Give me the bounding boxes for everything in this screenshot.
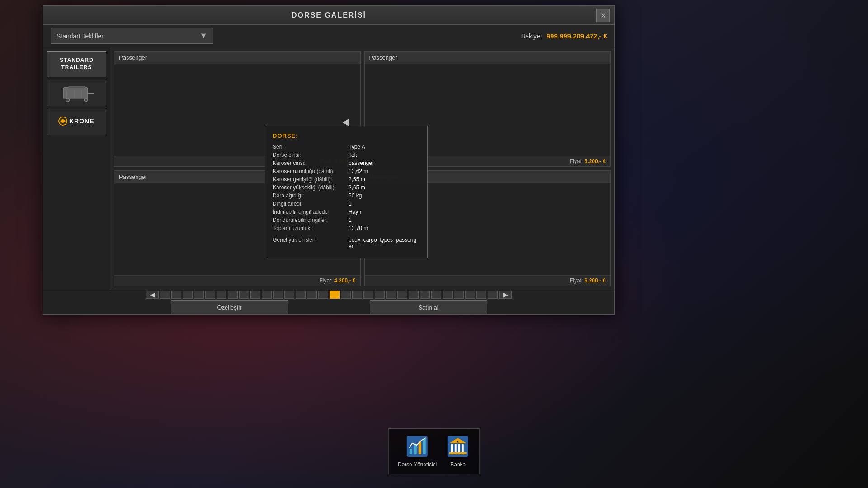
- page-btn-28[interactable]: [465, 291, 475, 299]
- tooltip-val-dara: 50 kg: [344, 192, 420, 199]
- page-btn-26[interactable]: [443, 291, 453, 299]
- page-btn-10[interactable]: [262, 291, 272, 299]
- tooltip-key-karoser-cinsi: Karoser cinsi:: [273, 160, 344, 166]
- trailer-card-3-price-value: 4.200,- €: [334, 277, 355, 284]
- trailer-manager-label: Dorse Yöneticisi: [398, 461, 437, 469]
- svg-point-3: [66, 98, 70, 102]
- tooltip-key-yukseklik: Karoser yüksekliği (dâhili):: [273, 184, 344, 191]
- page-btn-6[interactable]: [217, 291, 226, 299]
- trailer-card-4-price: Fiyat: 6.200,- €: [365, 275, 611, 286]
- sidebar-item-krone[interactable]: KRONE: [47, 109, 106, 135]
- svg-rect-10: [414, 444, 417, 454]
- krone-logo-icon: KRONE: [57, 115, 97, 127]
- tooltip-key-toplam: Toplam uzunluk:: [273, 225, 344, 231]
- tooltip-row-yukseklik: Karoser yüksekliği (dâhili): 2,65 m: [273, 184, 420, 191]
- tooltip-row-genislik: Karoser genişliği (dâhili): 2,55 m: [273, 176, 420, 183]
- trailer-card-2-price-value: 5.200,- €: [585, 158, 606, 164]
- page-btn-2[interactable]: [171, 291, 181, 299]
- page-btn-4[interactable]: [194, 291, 204, 299]
- page-btn-8[interactable]: [239, 291, 249, 299]
- page-btn-7[interactable]: [228, 291, 238, 299]
- tooltip-val-toplam: 13,70 m: [344, 225, 420, 231]
- sidebar-standard-trailers-label: STANDARDTRAILERS: [60, 57, 93, 71]
- sidebar: STANDARDTRAILERS: [43, 47, 110, 290]
- page-btn-3[interactable]: [183, 291, 193, 299]
- tooltip-key-uzunluk: Karoser uzunluğu (dâhili):: [273, 168, 344, 174]
- tooltip-key-seri: Seri:: [273, 144, 344, 150]
- page-btn-13[interactable]: [296, 291, 306, 299]
- page-btn-12[interactable]: [284, 291, 294, 299]
- balance-value: 999.999.209.472,- €: [547, 32, 607, 40]
- trailer-card-3-price: Fiyat: 4.200,- €: [114, 275, 360, 286]
- tooltip-row-yuk: Genel yük cinsleri: body_cargo_types_pas…: [273, 237, 420, 249]
- page-btn-14[interactable]: [307, 291, 317, 299]
- page-btn-11[interactable]: [273, 291, 283, 299]
- close-button[interactable]: ✕: [596, 9, 610, 22]
- tooltip-key-genislik: Karoser genişliği (dâhili):: [273, 176, 344, 183]
- tooltip-val-karoser-cinsi: passenger: [344, 160, 420, 166]
- tooltip-val-uzunluk: 13,62 m: [344, 168, 420, 174]
- page-btn-19[interactable]: [363, 291, 373, 299]
- tooltip-val-genislik: 2,55 m: [344, 176, 420, 183]
- page-btn-29[interactable]: [476, 291, 486, 299]
- bank-building-icon: €: [447, 435, 469, 458]
- trailer-manager-button[interactable]: Dorse Yöneticisi: [398, 434, 437, 469]
- tooltip-row-uzunluk: Karoser uzunluğu (dâhili): 13,62 m: [273, 168, 420, 174]
- page-btn-17[interactable]: [341, 291, 351, 299]
- customize-button[interactable]: Özelleştir: [171, 300, 288, 314]
- page-btn-9[interactable]: [250, 291, 260, 299]
- tooltip-key-dingil: Dingil adedi:: [273, 201, 344, 207]
- dropdown-button[interactable]: Standart Teklifler ▼: [51, 28, 213, 44]
- svg-rect-12: [423, 439, 426, 454]
- tooltip-row-indirilebilir: İndirilebilir dingil adedi: Hayır: [273, 209, 420, 215]
- page-btn-22[interactable]: [397, 291, 407, 299]
- chevron-down-icon: ▼: [199, 31, 208, 41]
- tooltip-row-dara: Dara ağırlığı: 50 kg: [273, 192, 420, 199]
- tooltip-row-dingil: Dingil adedi: 1: [273, 201, 420, 207]
- prev-page-button[interactable]: ◀: [146, 291, 159, 299]
- buy-button[interactable]: Satın al: [370, 300, 487, 314]
- page-btn-20[interactable]: [375, 291, 385, 299]
- bottom-icons-bar: Dorse Yöneticisi € Banka: [388, 428, 480, 474]
- page-btn-25[interactable]: [431, 291, 441, 299]
- page-btn-30[interactable]: [488, 291, 498, 299]
- trailer-card-2-title: Passenger: [365, 52, 611, 64]
- svg-rect-17: [458, 444, 460, 452]
- tooltip-key-yuk: Genel yük cinsleri:: [273, 237, 344, 249]
- svg-rect-18: [462, 444, 464, 452]
- page-btn-27[interactable]: [454, 291, 464, 299]
- page-btn-23[interactable]: [409, 291, 419, 299]
- page-btn-24[interactable]: [420, 291, 430, 299]
- bank-button[interactable]: € Banka: [446, 434, 470, 469]
- tooltip-key-indirilebilir: İndirilebilir dingil adedi:: [273, 209, 344, 215]
- sidebar-krone-label: KRONE: [57, 115, 97, 130]
- action-buttons: Özelleştir Satın al: [171, 300, 487, 314]
- page-btn-21[interactable]: [386, 291, 396, 299]
- next-page-button[interactable]: ▶: [499, 291, 512, 299]
- page-btn-18[interactable]: [352, 291, 362, 299]
- tooltip-row-dorse-cinsi: Dorse cinsi: Tek: [273, 152, 420, 158]
- pagination: ◀: [146, 291, 512, 299]
- svg-rect-19: [449, 452, 467, 454]
- tooltip-key-dondurulebilir: Döndürülebilir dingiller:: [273, 217, 344, 223]
- bottom-bar: ◀: [43, 290, 614, 314]
- sidebar-item-standard-trailers[interactable]: STANDARDTRAILERS: [47, 51, 106, 77]
- trailer-manager-icon: [405, 434, 429, 459]
- trailer-tooltip: DORSE: Seri: Type A Dorse cinsi: Tek Kar…: [265, 126, 428, 258]
- tooltip-row-toplam: Toplam uzunluk: 13,70 m: [273, 225, 420, 231]
- page-btn-15[interactable]: [318, 291, 328, 299]
- tooltip-key-dara: Dara ağırlığı:: [273, 192, 344, 199]
- page-btn-5[interactable]: [205, 291, 215, 299]
- tooltip-row-dondurulebilir: Döndürülebilir dingiller: 1: [273, 217, 420, 223]
- svg-point-4: [84, 98, 88, 102]
- balance-area: Bakiye: 999.999.209.472,- €: [521, 32, 607, 40]
- svg-rect-15: [451, 444, 453, 452]
- page-btn-1[interactable]: [160, 291, 170, 299]
- sidebar-item-brand1[interactable]: [47, 80, 106, 106]
- tooltip-divider: [273, 233, 420, 237]
- tooltip-val-dondurulebilir: 1: [344, 217, 420, 223]
- tooltip-val-dorse-cinsi: Tek: [344, 152, 420, 158]
- chart-icon: [406, 435, 429, 458]
- page-btn-16[interactable]: [330, 291, 340, 299]
- trailer-brand-icon: [59, 84, 95, 102]
